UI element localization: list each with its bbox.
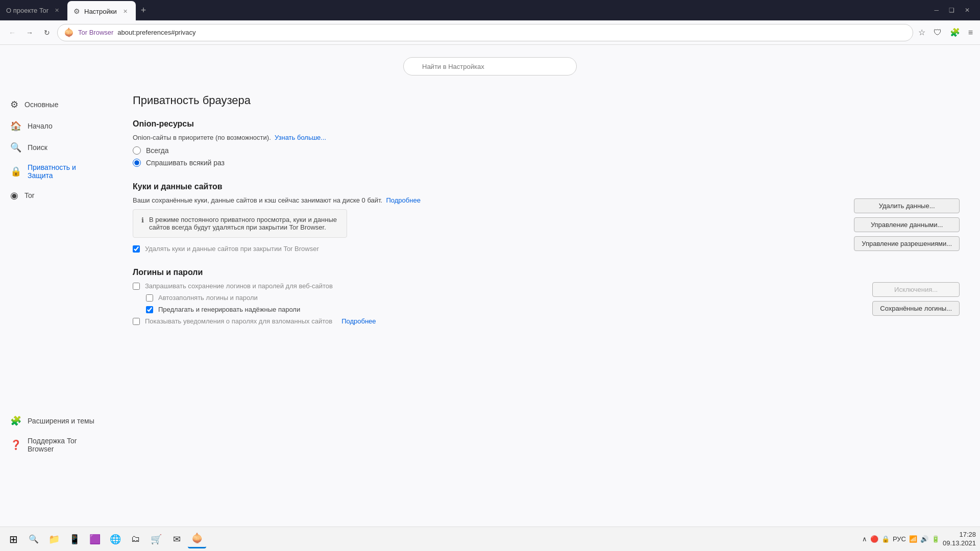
gear-icon: ⚙ [10, 99, 18, 110]
taskbar-speaker-icon[interactable]: 🔊 [920, 535, 928, 543]
settings-search-input[interactable] [403, 57, 577, 76]
onion-title: Onion-ресурсы [133, 119, 960, 129]
bookmark-button[interactable]: ☆ [916, 26, 927, 39]
manage-permissions-button[interactable]: Управление разрешениями... [854, 236, 960, 251]
tor-circle-icon: ◉ [10, 190, 18, 201]
logins-layout: Запрашивать сохранение логинов и паролей… [133, 282, 960, 325]
sidebar-item-nachalo-label: Начало [28, 122, 53, 130]
onion-radio-ask-input[interactable] [133, 159, 141, 167]
taskbar-wifi-icon[interactable]: 📶 [909, 535, 917, 543]
taskbar-edge-icon[interactable]: 🌐 [106, 530, 125, 548]
address-bar[interactable]: 🧅 Tor Browser about:preferences#privacy [57, 24, 913, 41]
logins-checkbox3-input[interactable] [146, 306, 153, 313]
shield-button[interactable]: 🛡 [932, 26, 944, 39]
tor-icon: 🧅 [64, 28, 74, 37]
new-tab-button[interactable]: + [136, 0, 152, 20]
settings-search-container: 🔍 [0, 45, 980, 84]
sidebar-item-rasshireniya-label: Расширения и темы [28, 417, 94, 425]
sidebar-item-podderzhka-label: Поддержка Tor Browser [28, 437, 102, 453]
logins-checkbox1[interactable]: Запрашивать сохранение логинов и паролей… [133, 282, 852, 290]
close-button[interactable]: ✕ [961, 6, 974, 15]
tab-about-tor-label: О проекте Tor [6, 7, 48, 14]
sidebar-item-tor-label: Tor [24, 191, 34, 199]
window-controls: ─ ❑ ✕ [924, 6, 980, 15]
taskbar-phone-icon[interactable]: 📱 [65, 530, 84, 548]
info-icon: ℹ [141, 216, 144, 231]
cookies-desc-text: Ваши сохранённые куки, данные сайтов и к… [133, 196, 382, 204]
logins-checkbox3[interactable]: Предлагать и генерировать надёжные парол… [133, 306, 852, 313]
taskbar-time: 17:28 [943, 531, 976, 539]
taskbar-time-display[interactable]: 17:28 09.13.2021 [943, 531, 976, 548]
tab-settings-close[interactable]: ✕ [121, 7, 130, 16]
tor-browser-label: Tor Browser [78, 29, 113, 36]
logins-checkbox4-container: Показывать уведомления о паролях для взл… [133, 317, 852, 325]
manage-data-button[interactable]: Управление данными... [854, 217, 960, 232]
taskbar-arrow-icon[interactable]: ∧ [862, 535, 867, 543]
taskbar-lang-label: РУС [893, 535, 906, 543]
logins-title: Логины и пароли [133, 268, 960, 277]
sidebar-item-osnovnye[interactable]: ⚙ Основные [0, 94, 112, 115]
cookies-left: Ваши сохранённые куки, данные сайтов и к… [133, 196, 834, 253]
onion-learn-more-link[interactable]: Узнать больше... [275, 134, 326, 141]
cookies-title: Куки и данные сайтов [133, 182, 960, 191]
cookies-section: Куки и данные сайтов Ваши сохранённые ку… [133, 182, 960, 253]
delete-data-button[interactable]: Удалить данные... [854, 198, 960, 213]
puzzle-icon: 🧩 [10, 415, 21, 427]
exceptions-button[interactable]: Исключения... [872, 282, 960, 297]
tab-about-tor-close[interactable]: ✕ [53, 6, 61, 15]
taskbar-battery-icon[interactable]: 🔋 [932, 535, 940, 543]
sidebar-item-privatnost[interactable]: 🔒 Приватность и Защита [0, 158, 112, 185]
back-button[interactable]: ← [5, 26, 19, 40]
tab-settings[interactable]: ⚙ Настройки ✕ [67, 1, 136, 21]
lock-icon: 🔒 [10, 166, 21, 177]
sidebar-item-poisk-label: Поиск [28, 143, 47, 152]
saved-logins-button[interactable]: Сохранённые логины... [872, 301, 960, 316]
taskbar-files-icon[interactable]: 🗂 [127, 530, 145, 548]
onion-desc: Onion-сайты в приоритете (по возможности… [133, 134, 960, 141]
navbar: ← → ↻ 🧅 Tor Browser about:preferences#pr… [0, 20, 980, 45]
onion-radio-always-label: Всегда [146, 146, 169, 155]
sidebar-item-tor[interactable]: ◉ Tor [0, 185, 112, 206]
onion-radio-always[interactable]: Всегда [133, 146, 960, 155]
cookies-learn-more-link[interactable]: Подробнее [386, 196, 420, 204]
start-button[interactable]: ⊞ [4, 530, 22, 548]
taskbar-search-button[interactable]: 🔍 [24, 530, 43, 548]
taskbar-store-icon[interactable]: 🟪 [86, 530, 104, 548]
taskbar-antivirus-icon[interactable]: 🔴 [870, 535, 878, 543]
taskbar: ⊞ 🔍 📁 📱 🟪 🌐 🗂 🛒 ✉ 🧅 ∧ 🔴 🔒 РУС 📶 🔊 🔋 17:2… [0, 527, 980, 551]
logins-checkbox4[interactable]: Показывать уведомления о паролях для взл… [133, 317, 332, 325]
cookies-layout: Ваши сохранённые куки, данные сайтов и к… [133, 196, 960, 253]
logins-checkbox2-input[interactable] [146, 294, 153, 302]
sidebar-item-nachalo[interactable]: 🏠 Начало [0, 115, 112, 137]
sidebar-item-rasshireniya[interactable]: 🧩 Расширения и темы [0, 410, 112, 432]
extension-button[interactable]: 🧩 [948, 26, 962, 39]
taskbar-mail-icon[interactable]: ✉ [167, 530, 186, 548]
taskbar-shop-icon[interactable]: 🛒 [147, 530, 165, 548]
onion-radio-always-input[interactable] [133, 146, 141, 155]
sidebar-item-poisk[interactable]: 🔍 Поиск [0, 137, 112, 158]
forward-button[interactable]: → [22, 26, 37, 40]
onion-radio-group: Всегда Спрашивать всякий раз [133, 146, 960, 167]
search-icon: 🔍 [10, 142, 21, 153]
cookies-delete-checkbox[interactable]: Удалять куки и данные сайтов при закрыти… [133, 245, 834, 253]
taskbar-network-icon[interactable]: 🔒 [881, 535, 890, 543]
taskbar-tor-icon[interactable]: 🧅 [188, 530, 206, 548]
restore-button[interactable]: ❑ [945, 6, 959, 15]
cookies-delete-checkbox-input[interactable] [133, 245, 140, 253]
logins-checkbox1-input[interactable] [133, 283, 140, 290]
logins-section: Логины и пароли Запрашивать сохранение л… [133, 268, 960, 325]
main-layout: ⚙ Основные 🏠 Начало 🔍 Поиск 🔒 Приватност… [0, 84, 980, 549]
tab-about-tor[interactable]: О проекте Tor ✕ [0, 0, 67, 20]
onion-radio-ask[interactable]: Спрашивать всякий раз [133, 159, 960, 167]
logins-checkbox4-link[interactable]: Подробнее [341, 317, 376, 325]
onion-desc-text: Onion-сайты в приоритете (по возможности… [133, 134, 271, 141]
sidebar-item-podderzhka[interactable]: ❓ Поддержка Tor Browser [0, 432, 112, 458]
more-button[interactable]: ≡ [966, 26, 975, 39]
refresh-button[interactable]: ↻ [40, 26, 54, 40]
logins-checkbox4-input[interactable] [133, 318, 140, 325]
page-title: Приватность браузера [133, 94, 960, 107]
logins-checkbox2[interactable]: Автозаполнять логины и пароли [133, 294, 852, 302]
minimize-button[interactable]: ─ [930, 6, 943, 15]
taskbar-date: 09.13.2021 [943, 539, 976, 548]
taskbar-explorer-icon[interactable]: 📁 [45, 530, 63, 548]
